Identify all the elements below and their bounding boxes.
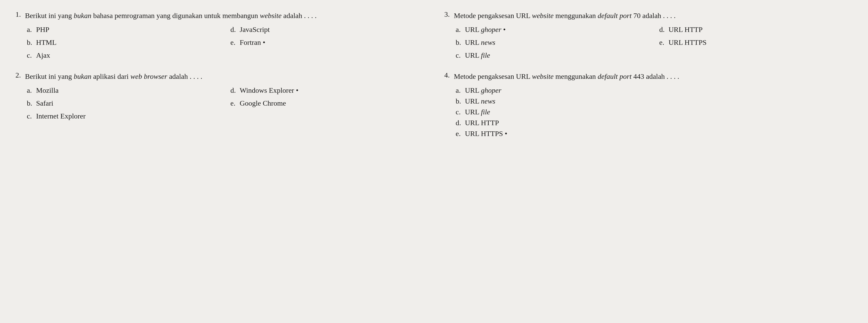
option-2c: c. Internet Explorer	[27, 111, 220, 122]
option-value-3a: URL ghoper •	[465, 24, 506, 35]
option-label-1a: a.	[27, 24, 33, 35]
option-3d: d. URL HTTP	[659, 24, 852, 35]
option-value-3b: URL news	[465, 37, 495, 48]
option-label-4d: d.	[456, 118, 462, 128]
option-label-4c: c.	[456, 107, 462, 118]
option-label-1d: d.	[230, 24, 237, 35]
option-value-1c: Ajax	[36, 50, 50, 61]
option-label-2e: e.	[230, 98, 237, 109]
option-1c: c. Ajax	[27, 50, 220, 61]
option-label-2b: b.	[27, 98, 33, 109]
left-column: 1. Berikut ini yang bukan bahasa pemrogr…	[16, 10, 424, 150]
option-3a: a. URL ghoper •	[456, 24, 649, 35]
option-label-4e: e.	[456, 128, 462, 139]
option-value-4a: URL ghoper	[465, 85, 501, 96]
option-label-3b: b.	[456, 37, 462, 48]
option-4b: b. URL news	[456, 96, 852, 107]
option-value-2e: Google Chrome	[240, 98, 286, 109]
option-value-2d: Windows Explorer •	[240, 85, 299, 96]
option-2b: b. Safari	[27, 98, 220, 109]
option-1e: e. Fortran •	[230, 37, 424, 48]
option-4c: c. URL file	[456, 107, 852, 118]
option-value-2c: Internet Explorer	[36, 111, 86, 122]
option-4a: a. URL ghoper	[456, 85, 852, 96]
option-1a: a. PHP	[27, 24, 220, 35]
option-value-2b: Safari	[36, 98, 53, 109]
option-2e: e. Google Chrome	[230, 98, 424, 109]
option-value-3d: URL HTTP	[669, 24, 703, 35]
option-3c: c. URL file	[456, 50, 649, 61]
option-3e: e. URL HTTPS	[659, 37, 852, 48]
option-1b: b. HTML	[27, 37, 220, 48]
option-label-1b: b.	[27, 37, 33, 48]
option-label-3a: a.	[456, 24, 462, 35]
question-3: 3. Metode pengaksesan URL website menggu…	[444, 10, 852, 61]
option-4e: e. URL HTTPS •	[456, 128, 852, 139]
question-3-text: Metode pengaksesan URL website menggunak…	[454, 10, 676, 21]
page-container: 1. Berikut ini yang bukan bahasa pemrogr…	[16, 10, 852, 150]
question-4-text: Metode pengaksesan URL website menggunak…	[454, 71, 679, 82]
option-label-3c: c.	[456, 50, 462, 61]
option-value-4c: URL file	[465, 107, 490, 118]
question-2-options: a. Mozilla d. Windows Explorer • b. Safa…	[27, 85, 424, 122]
option-label-3d: d.	[659, 24, 665, 35]
question-2-text: Berikut ini yang bukan aplikasi dari web…	[25, 71, 202, 82]
right-column: 3. Metode pengaksesan URL website menggu…	[444, 10, 852, 150]
question-1-number: 1.	[16, 10, 21, 21]
option-value-4e: URL HTTPS •	[465, 128, 507, 139]
question-3-options: a. URL ghoper • d. URL HTTP b. URL news …	[456, 24, 852, 61]
option-label-2a: a.	[27, 85, 33, 96]
option-label-4b: b.	[456, 96, 462, 107]
question-1-text: Berikut ini yang bukan bahasa pemrograma…	[25, 10, 316, 21]
option-value-1d: JavaScript	[240, 24, 270, 35]
question-3-number: 3.	[444, 10, 450, 21]
option-value-1e: Fortran •	[240, 37, 265, 48]
option-value-3e: URL HTTPS	[669, 37, 707, 48]
question-4: 4. Metode pengaksesan URL website menggu…	[444, 71, 852, 139]
option-4d: d. URL HTTP	[456, 118, 852, 128]
option-label-2c: c.	[27, 111, 33, 122]
question-1: 1. Berikut ini yang bukan bahasa pemrogr…	[16, 10, 424, 61]
option-3b: b. URL news	[456, 37, 649, 48]
option-label-1c: c.	[27, 50, 33, 61]
question-4-number: 4.	[444, 71, 450, 82]
question-4-options: a. URL ghoper b. URL news c. URL file d.…	[456, 85, 852, 139]
option-2d: d. Windows Explorer •	[230, 85, 424, 96]
option-value-1a: PHP	[36, 24, 49, 35]
option-value-4d: URL HTTP	[465, 118, 499, 128]
option-2a: a. Mozilla	[27, 85, 220, 96]
option-value-3c: URL file	[465, 50, 490, 61]
option-value-4b: URL news	[465, 96, 495, 107]
option-label-2d: d.	[230, 85, 237, 96]
option-label-4a: a.	[456, 85, 462, 96]
option-value-2a: Mozilla	[36, 85, 59, 96]
question-2: 2. Berikut ini yang bukan aplikasi dari …	[16, 71, 424, 122]
option-label-3e: e.	[659, 37, 665, 48]
option-label-1e: e.	[230, 37, 237, 48]
question-2-number: 2.	[16, 71, 21, 82]
option-1d: d. JavaScript	[230, 24, 424, 35]
option-value-1b: HTML	[36, 37, 57, 48]
question-1-options: a. PHP d. JavaScript b. HTML e. Fortran …	[27, 24, 424, 61]
